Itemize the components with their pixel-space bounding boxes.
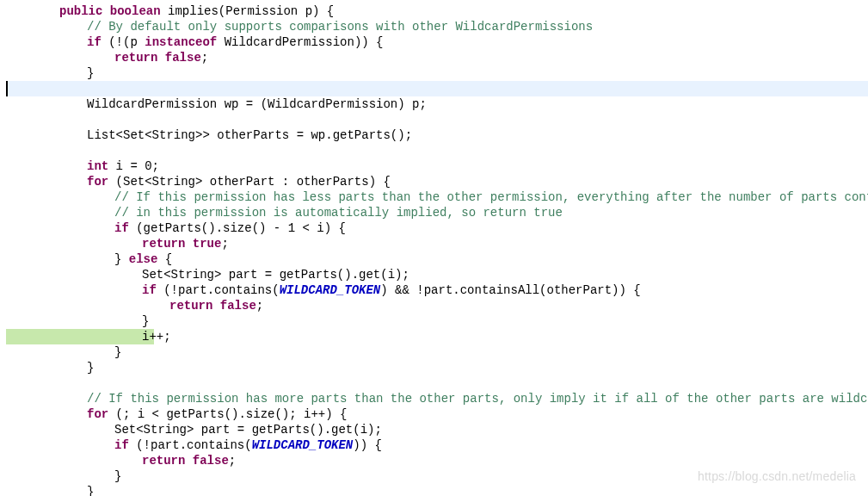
code-line: // If this permission has less parts tha… — [6, 189, 868, 205]
code-token: // If this permission has more parts tha… — [87, 392, 868, 406]
code-token: (Set<String> otherPart : otherParts) { — [116, 175, 391, 189]
code-line-content: return false; — [6, 50, 208, 65]
code-line-content: return false; — [6, 298, 263, 313]
code-token: for — [87, 407, 116, 421]
text-caret — [6, 81, 8, 96]
code-token: return true — [142, 237, 221, 251]
code-line: } — [6, 313, 868, 329]
code-line-content: Set<String> part = getParts().get(i); — [6, 422, 382, 437]
code-line-content: // in this permission is automatically i… — [6, 205, 563, 220]
code-line — [6, 375, 868, 391]
code-token: } — [114, 345, 121, 359]
code-line — [6, 81, 868, 96]
code-line: } else { — [6, 251, 868, 267]
code-line: List<Set<String>> otherParts = wp.getPar… — [6, 127, 868, 143]
code-token: if — [114, 221, 136, 235]
code-line-content: } else { — [6, 251, 172, 267]
code-line: for (; i < getParts().size(); i++) { — [6, 406, 868, 422]
code-line-content: for (Set<String> otherPart : otherParts)… — [6, 174, 391, 189]
code-line: int i = 0; — [6, 158, 868, 174]
code-token: { — [165, 252, 172, 266]
code-token: return false — [114, 51, 201, 65]
code-token: ; — [221, 237, 228, 251]
code-line: // If this permission has more parts tha… — [6, 391, 868, 406]
code-token: // in this permission is automatically i… — [114, 206, 563, 220]
code-token: } — [87, 485, 94, 496]
code-token: } — [114, 469, 121, 483]
code-line: return true; — [6, 236, 868, 251]
code-line-content: } — [6, 65, 94, 81]
code-token: (!(p — [108, 35, 145, 49]
code-line: // By default only supports comparisons … — [6, 19, 868, 34]
code-token: if — [142, 283, 163, 297]
code-token: (!part.contains( — [136, 438, 251, 452]
code-line-content: } — [6, 344, 121, 360]
code-line-content: // If this permission has more parts tha… — [6, 391, 868, 406]
code-token: Set<String> part = getParts().get(i); — [142, 268, 409, 282]
current-line-highlight — [6, 81, 868, 96]
code-token: } — [114, 252, 129, 266]
code-line: public boolean implies(Permission p) { — [6, 3, 868, 19]
code-token: else — [129, 252, 165, 266]
code-line: WildcardPermission wp = (WildcardPermiss… — [6, 96, 868, 112]
code-token: public — [59, 4, 110, 18]
code-token: implies(Permission p) { — [168, 4, 334, 18]
code-line — [6, 112, 868, 127]
code-line: if (getParts().size() - 1 < i) { — [6, 220, 868, 236]
code-line: return false; — [6, 298, 868, 313]
code-token: ; — [229, 454, 236, 468]
code-line: } — [6, 484, 868, 496]
code-line-content: int i = 0; — [6, 158, 159, 174]
code-line-content: } — [6, 360, 94, 375]
code-line: Set<String> part = getParts().get(i); — [6, 422, 868, 437]
code-line-content: return true; — [6, 236, 229, 251]
code-line-content: Set<String> part = getParts().get(i); — [6, 267, 409, 282]
code-token: List<Set<String>> otherParts = wp.getPar… — [87, 128, 412, 142]
code-token: ; — [201, 51, 208, 65]
code-line-content: List<Set<String>> otherParts = wp.getPar… — [6, 127, 412, 143]
code-line-content: for (; i < getParts().size(); i++) { — [6, 406, 347, 422]
code-line: return false; — [6, 453, 868, 468]
code-line: } — [6, 468, 868, 484]
code-token: int — [87, 159, 116, 173]
code-token: i++; — [142, 330, 171, 344]
code-token: ) && !part.containsAll(otherPart)) { — [380, 283, 640, 297]
code-line-content: WildcardPermission wp = (WildcardPermiss… — [6, 96, 427, 112]
code-token: if — [87, 35, 108, 49]
code-line-content: // By default only supports comparisons … — [6, 19, 593, 34]
code-line: if (!part.contains(WILDCARD_TOKEN)) { — [6, 437, 868, 453]
code-line-content: i++; — [6, 329, 171, 344]
code-token: return false — [142, 454, 229, 468]
code-token: boolean — [110, 4, 168, 18]
code-token: (; i < getParts().size(); i++) { — [116, 407, 348, 421]
code-token: Set<String> part = getParts().get(i); — [114, 423, 382, 437]
code-line: } — [6, 360, 868, 375]
code-token: for — [87, 175, 116, 189]
code-token: )) { — [353, 438, 382, 452]
code-line-content: if (!(p instanceof WildcardPermission)) … — [6, 34, 384, 50]
code-editor: public boolean implies(Permission p) {//… — [0, 0, 868, 496]
code-token: if — [114, 438, 136, 452]
code-line: if (!(p instanceof WildcardPermission)) … — [6, 34, 868, 50]
code-line — [6, 143, 868, 158]
code-line: i++; — [6, 329, 868, 344]
code-line-content: // If this permission has less parts tha… — [6, 189, 868, 205]
code-token: WILDCARD_TOKEN — [280, 283, 381, 297]
code-line-content: return false; — [6, 453, 236, 468]
code-line: } — [6, 344, 868, 360]
code-line-content: public boolean implies(Permission p) { — [6, 3, 334, 19]
code-line: if (!part.contains(WILDCARD_TOKEN) && !p… — [6, 282, 868, 298]
code-line-content: } — [6, 468, 121, 484]
code-token: WildcardPermission)) { — [225, 35, 384, 49]
code-token: } — [87, 361, 94, 375]
code-line: // in this permission is automatically i… — [6, 205, 868, 220]
code-token: ; — [256, 299, 263, 313]
code-line-content: if (!part.contains(WILDCARD_TOKEN) && !p… — [6, 282, 641, 298]
code-line: } — [6, 65, 868, 81]
code-token: // By default only supports comparisons … — [87, 20, 593, 34]
code-token: (!part.contains( — [163, 283, 279, 297]
code-token: (getParts().size() - 1 < i) { — [136, 221, 346, 235]
code-token: return false — [169, 299, 256, 313]
code-token: WILDCARD_TOKEN — [252, 438, 354, 452]
code-line-content: } — [6, 484, 94, 496]
